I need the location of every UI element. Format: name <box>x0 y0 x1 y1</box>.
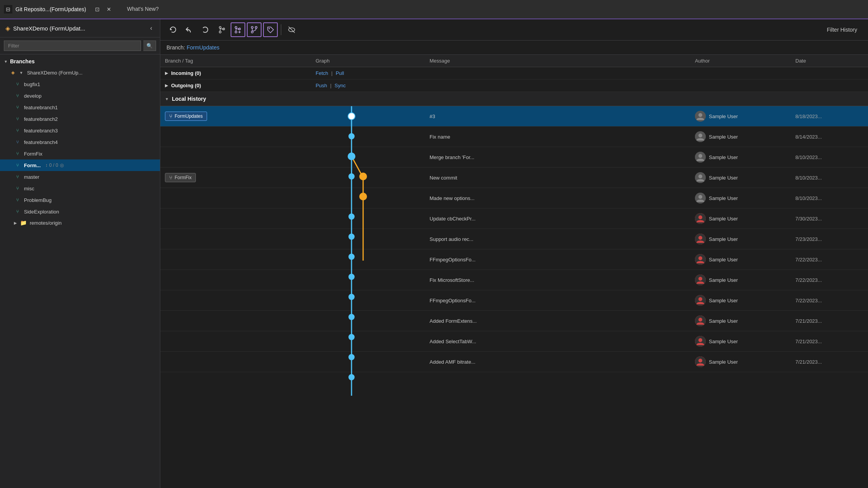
commit-date: 7/21/2023... <box>791 359 868 365</box>
undo-button[interactable] <box>182 22 197 37</box>
triangle-down-icon: ▼ <box>4 59 8 64</box>
commit-row[interactable]: Added SelectTabW...Sample User7/21/2023.… <box>160 331 868 352</box>
avatar <box>695 315 706 326</box>
new-branch-button[interactable] <box>231 22 245 37</box>
filter-input[interactable] <box>4 41 141 51</box>
commit-author: Sample User <box>690 356 791 367</box>
commit-graph-cell <box>311 188 425 208</box>
refresh-button[interactable] <box>166 22 180 37</box>
col-message: Message <box>425 58 690 64</box>
sidebar-item-featurebranch4[interactable]: ⑂ featurebranch4 <box>0 136 160 148</box>
branch-tag-icon: ⑂ <box>169 113 172 119</box>
push-link[interactable]: Push <box>316 83 327 88</box>
sync-link[interactable]: Sync <box>335 83 346 88</box>
whats-new-tab[interactable]: What's New? <box>121 0 165 19</box>
outgoing-row[interactable]: ▶ Outgoing (0) Push | Sync <box>160 80 868 92</box>
commit-message: Added AMF bitrate... <box>425 359 690 365</box>
sidebar-item-remotes[interactable]: ▶ 📁 remotes/origin <box>0 217 160 228</box>
col-branch-tag: Branch / Tag <box>160 58 311 64</box>
sidebar-item-formfix[interactable]: ⑂ FormFix <box>0 148 160 159</box>
commit-date: 8/10/2023... <box>791 175 868 181</box>
window-title: Git Reposito...(FormUpdates) <box>15 6 86 12</box>
commit-date: 8/18/2023... <box>791 114 868 119</box>
branch-tag-label: FormFix <box>175 175 192 180</box>
commit-date: 7/22/2023... <box>791 298 868 303</box>
history-table: Branch / Tag Graph Message Author Date ▶… <box>160 55 868 488</box>
branch-icon: ⑂ <box>14 115 21 122</box>
commit-row[interactable]: Merge branch 'For...Sample User8/10/2023… <box>160 147 868 168</box>
commit-row[interactable]: Added AMF bitrate...Sample User7/21/2023… <box>160 352 868 372</box>
commit-row[interactable]: Update cbCheckPr...Sample User7/30/2023.… <box>160 208 868 229</box>
title-bar: ⊟ Git Reposito...(FormUpdates) ⊡ ✕ What'… <box>0 0 868 19</box>
redo-button[interactable] <box>198 22 213 37</box>
commit-row[interactable]: FFmpegOptionsFo...Sample User7/22/2023..… <box>160 290 868 311</box>
branch-status: ↕ 0 / 0 ◎ <box>45 163 63 168</box>
author-name: Sample User <box>709 134 738 140</box>
sidebar-item-featurebranch1[interactable]: ⑂ featurebranch1 <box>0 102 160 113</box>
incoming-row[interactable]: ▶ Incoming (0) Fetch | Pull <box>160 67 868 80</box>
branch-button[interactable] <box>214 22 229 37</box>
col-graph: Graph <box>311 58 425 64</box>
tag-button[interactable] <box>263 22 278 37</box>
sidebar-item-misc[interactable]: ⑂ misc <box>0 183 160 194</box>
commit-date: 7/23/2023... <box>791 236 868 242</box>
commit-date: 7/22/2023... <box>791 277 868 283</box>
commit-author: Sample User <box>690 254 791 265</box>
commit-row[interactable]: ⑂FormUpdates#3Sample User8/18/2023... <box>160 106 868 127</box>
sidebar-item-formupdates[interactable]: ⑂ Form... ↕ 0 / 0 ◎ <box>0 159 160 171</box>
commit-graph-cell <box>311 147 425 167</box>
search-icon[interactable]: 🔍 <box>143 41 156 51</box>
local-history-header: ▼ Local History <box>160 92 868 106</box>
close-button[interactable]: ✕ <box>104 4 114 14</box>
sidebar-item-problembug[interactable]: ⑂ ProblemBug <box>0 194 160 206</box>
branch-icon: ⑂ <box>14 197 21 203</box>
svg-point-59 <box>698 359 702 363</box>
sidebar-item-featurebranch3[interactable]: ⑂ featurebranch3 <box>0 125 160 136</box>
svg-point-13 <box>255 27 257 29</box>
filter-history-button[interactable]: Filter History <box>821 24 863 35</box>
branch-tag[interactable]: ⑂FormUpdates <box>165 112 207 121</box>
svg-point-37 <box>698 134 702 137</box>
sidebar-item-featurebranch2[interactable]: ⑂ featurebranch2 <box>0 113 160 125</box>
author-name: Sample User <box>709 114 738 119</box>
author-name: Sample User <box>709 359 738 365</box>
commit-row[interactable]: Fix nameSample User8/14/2023... <box>160 127 868 147</box>
commit-row[interactable]: Added FormExtens...Sample User7/21/2023.… <box>160 311 868 331</box>
toolbar: Filter History <box>160 19 868 41</box>
commit-row[interactable]: Support audio rec...Sample User7/23/2023… <box>160 229 868 249</box>
collapse-sidebar-button[interactable]: ‹ <box>148 24 155 32</box>
pull-link[interactable]: Pull <box>336 70 344 76</box>
branch-icon: ⑂ <box>14 104 21 111</box>
branch-tag[interactable]: ⑂FormFix <box>165 173 196 182</box>
avatar <box>695 274 706 285</box>
commit-row[interactable]: ⑂FormFixNew commitSample User8/10/2023..… <box>160 168 868 188</box>
branch-icon: ⑂ <box>14 185 21 192</box>
svg-point-1 <box>219 27 221 29</box>
commit-graph-cell <box>311 208 425 229</box>
merge-button[interactable] <box>247 22 262 37</box>
expand-arrow-icon[interactable]: ▶ <box>165 71 168 76</box>
branches-section-header[interactable]: ▼ Branches <box>0 54 160 67</box>
author-name: Sample User <box>709 298 738 303</box>
sidebar-content: ▼ Branches ◈ ▼ ShareXDemo (FormUp... ⑂ b… <box>0 54 160 488</box>
svg-point-57 <box>698 338 702 342</box>
hide-button[interactable] <box>284 22 299 37</box>
svg-point-6 <box>235 31 237 33</box>
sidebar-item-bugfix1[interactable]: ⑂ bugfix1 <box>0 78 160 90</box>
sidebar-item-master[interactable]: ⑂ master <box>0 171 160 183</box>
author-name: Sample User <box>709 175 738 181</box>
commit-row[interactable]: FFmpegOptionsFo...Sample User7/22/2023..… <box>160 249 868 270</box>
commit-row[interactable]: Fix MicrosoftStore...Sample User7/22/202… <box>160 270 868 290</box>
expand-arrow-icon[interactable]: ▶ <box>165 83 168 88</box>
svg-point-12 <box>251 31 253 33</box>
fetch-link[interactable]: Fetch <box>316 70 328 76</box>
branch-icon: ⑂ <box>14 162 21 169</box>
sidebar-item-develop[interactable]: ⑂ develop <box>0 90 160 102</box>
commit-graph-cell <box>311 290 425 310</box>
pin-button[interactable]: ⊡ <box>92 4 102 14</box>
sidebar-item-sideexploration[interactable]: ⑂ SideExploration <box>0 206 160 217</box>
filter-row: 🔍 <box>0 37 160 54</box>
commit-row[interactable]: Made new options...Sample User8/10/2023.… <box>160 188 868 208</box>
sidebar-item-repo[interactable]: ◈ ▼ ShareXDemo (FormUp... <box>0 67 160 78</box>
commit-graph-cell <box>311 229 425 249</box>
